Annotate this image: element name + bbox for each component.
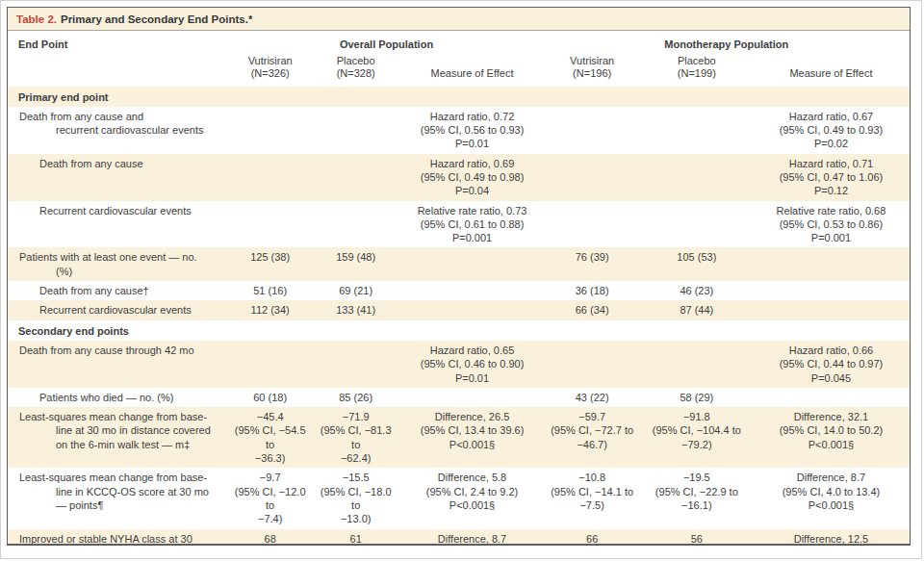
table-cell: 56 bbox=[641, 529, 753, 546]
row-label: Death from any cause through 42 mo bbox=[19, 344, 226, 357]
row-label-cell: Death from any cause bbox=[8, 154, 230, 201]
endpoints-table: End Point Overall Population Monotherapy… bbox=[8, 31, 910, 546]
table-cell bbox=[544, 154, 641, 201]
row-label: Improved or stable NYHA class at 30 mo —… bbox=[19, 532, 226, 546]
row-label-cell: Least-squares mean change from base- lin… bbox=[8, 407, 230, 468]
table-row: Death from any causeHazard ratio, 0.69 (… bbox=[8, 154, 910, 201]
row-label-cell: Death from any cause through 42 mo bbox=[8, 341, 230, 388]
row-label: Patients who died — no. (%) bbox=[39, 391, 226, 404]
table-cell: −9.7 (95% CI, −12.0 to −7.4) bbox=[230, 468, 311, 528]
table-cell bbox=[401, 247, 544, 281]
section-row: Secondary end points bbox=[8, 320, 910, 341]
table-row: Death from any cause and recurrent cardi… bbox=[8, 107, 910, 154]
table-cell bbox=[311, 201, 401, 248]
table-cell: −71.9 (95% CI, −81.3 to −62.4) bbox=[311, 407, 401, 468]
table-cell: 68 bbox=[230, 529, 311, 546]
table-cell bbox=[230, 341, 311, 388]
table-row: Least-squares mean change from base- lin… bbox=[8, 468, 910, 528]
row-label: Death from any cause bbox=[39, 157, 226, 170]
table-cell: Difference, 26.5 (95% CI, 13.4 to 39.6) … bbox=[401, 407, 544, 468]
table-row: Patients who died — no. (%)60 (18)85 (26… bbox=[8, 388, 910, 407]
row-label-cell: Death from any cause† bbox=[8, 281, 230, 300]
table-cell bbox=[311, 341, 401, 388]
group-header-row: End Point Overall Population Monotherapy… bbox=[8, 31, 910, 53]
table-cell: −19.5 (95% CI, −22.9 to −16.1) bbox=[641, 468, 753, 528]
table-row: Death from any cause†51 (16)69 (21)36 (1… bbox=[8, 281, 910, 300]
table-title: Table 2.Primary and Secondary End Points… bbox=[8, 8, 910, 31]
row-label-cell: Recurrent cardiovascular events bbox=[8, 300, 230, 319]
table-cell bbox=[544, 341, 641, 388]
table-cell bbox=[311, 154, 401, 201]
table-cell: 87 (44) bbox=[641, 300, 753, 319]
col-group-monotherapy: Monotherapy Population bbox=[544, 31, 910, 53]
table-cell: 125 (38) bbox=[230, 247, 311, 281]
row-label-cell: Least-squares mean change from base- lin… bbox=[8, 468, 230, 528]
table-cell bbox=[230, 154, 311, 201]
section-label: Secondary end points bbox=[8, 320, 910, 341]
row-label: Recurrent cardiovascular events bbox=[39, 303, 226, 317]
table-cell: Relative rate ratio, 0.68 (95% CI, 0.53 … bbox=[753, 201, 910, 248]
col-group-overall: Overall Population bbox=[230, 31, 544, 53]
table-row: Recurrent cardiovascular events112 (34)1… bbox=[8, 300, 910, 319]
section-row: Primary end point bbox=[8, 87, 910, 107]
table-number-label: Table 2. bbox=[16, 13, 57, 25]
row-label-cell: Recurrent cardiovascular events bbox=[8, 201, 230, 248]
table-cell bbox=[753, 300, 910, 319]
table-cell: 133 (41) bbox=[311, 300, 401, 319]
table-cell bbox=[641, 341, 753, 388]
table-cell: 69 (21) bbox=[311, 281, 401, 300]
col-header-overall-measure: Measure of Effect bbox=[401, 53, 544, 87]
table-cell: −59.7 (95% CI, −72.7 to −46.7) bbox=[544, 407, 641, 468]
table-cell: Hazard ratio, 0.71 (95% CI, 0.47 to 1.06… bbox=[753, 154, 910, 201]
row-label-cell: Patients who died — no. (%) bbox=[8, 388, 230, 407]
table-cell bbox=[544, 107, 641, 154]
table-cell: 112 (34) bbox=[230, 300, 311, 319]
table-cell bbox=[401, 388, 544, 407]
table-cell: Difference, 12.5 (95% CI, 2.7 to 22.2) P… bbox=[753, 529, 910, 546]
row-label: Recurrent cardiovascular events bbox=[39, 204, 226, 217]
row-label-cell: Patients with at least one event — no. (… bbox=[8, 247, 230, 281]
table-cell: −45.4 (95% CI, −54.5 to −36.3) bbox=[230, 407, 311, 468]
table-cell bbox=[401, 281, 544, 300]
table-cell: 85 (26) bbox=[311, 388, 401, 407]
table-cell bbox=[753, 247, 910, 281]
section-label: Primary end point bbox=[8, 87, 910, 107]
table-cell: −91.8 (95% CI, −104.4 to −79.2) bbox=[641, 407, 753, 468]
col-header-overall-placebo: Placebo (N=328) bbox=[311, 53, 401, 87]
table-cell: 60 (18) bbox=[230, 388, 311, 407]
table-cell: 61 bbox=[311, 529, 401, 546]
row-label-cell: Death from any cause and recurrent cardi… bbox=[8, 107, 230, 154]
table-cell: −10.8 (95% CI, −14.1 to −7.5) bbox=[544, 468, 641, 528]
sub-header-row: Vutrisiran (N=326) Placebo (N=328) Measu… bbox=[8, 53, 910, 87]
table-header: End Point Overall Population Monotherapy… bbox=[8, 31, 910, 87]
sub-header-spacer bbox=[8, 53, 230, 87]
page: Table 2.Primary and Secondary End Points… bbox=[0, 0, 922, 559]
table-cell bbox=[641, 201, 753, 248]
table-row: Patients with at least one event — no. (… bbox=[8, 247, 910, 281]
col-header-mono-placebo: Placebo (N=199) bbox=[641, 53, 753, 87]
table-body: Primary end pointDeath from any cause an… bbox=[8, 87, 910, 547]
row-label: Least-squares mean change from base- lin… bbox=[19, 471, 226, 512]
table-cell bbox=[641, 154, 753, 201]
table-cell bbox=[753, 281, 910, 300]
table-cell bbox=[544, 201, 641, 248]
table-cell: Difference, 8.7 (95% CI, 1.3 to 16.1) P=… bbox=[401, 529, 544, 546]
row-label: Death from any cause† bbox=[39, 284, 226, 297]
col-header-endpoint: End Point bbox=[8, 31, 230, 53]
table-cell bbox=[641, 107, 753, 154]
table-cell: 43 (22) bbox=[544, 388, 641, 407]
table-cell bbox=[230, 201, 311, 248]
table-cell: Difference, 32.1 (95% CI, 14.0 to 50.2) … bbox=[753, 407, 910, 468]
table-cell bbox=[401, 300, 544, 319]
table-cell: 66 bbox=[544, 529, 641, 546]
table-row: Least-squares mean change from base- lin… bbox=[8, 407, 910, 468]
table-cell: Hazard ratio, 0.66 (95% CI, 0.44 to 0.97… bbox=[753, 341, 910, 388]
col-header-mono-vutrisiran: Vutrisiran (N=196) bbox=[544, 53, 641, 87]
table-cell: 46 (23) bbox=[641, 281, 753, 300]
table-cell: 76 (39) bbox=[544, 247, 641, 281]
table-cell: 159 (48) bbox=[311, 247, 401, 281]
col-header-mono-measure: Measure of Effect bbox=[753, 53, 910, 87]
table-row: Death from any cause through 42 moHazard… bbox=[8, 341, 910, 388]
col-header-overall-vutrisiran: Vutrisiran (N=326) bbox=[230, 53, 311, 87]
table-cell bbox=[311, 107, 401, 154]
